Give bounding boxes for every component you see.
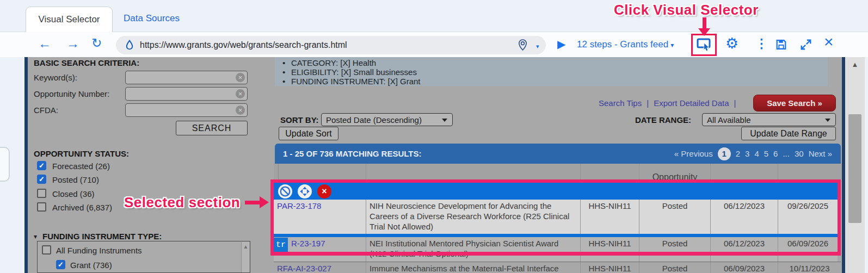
pagination-next[interactable]: Next » (809, 149, 832, 158)
funding-instrument-title: FUNDING INSTRUMENT TYPE: (42, 232, 162, 241)
agency-cell: HHS-NIH11 (581, 237, 639, 262)
results-links: Search Tips | Export Detailed Data | (599, 98, 736, 108)
exclude-element-icon[interactable] (278, 184, 292, 198)
more-menu-icon[interactable]: ⋮ (755, 38, 768, 50)
pagination-page[interactable]: 4 (754, 149, 759, 158)
keyword-input[interactable]: × (125, 71, 248, 84)
location-pin-icon[interactable] (518, 39, 528, 53)
table-header-row: Opportunity (274, 164, 841, 179)
play-macro-icon[interactable]: ▶ (557, 39, 565, 49)
sort-by-value: Posted Date (Descending) (326, 115, 422, 125)
filter-eligibility: ELIGIBILITY: [X] Small businesses (291, 67, 417, 77)
checkbox-archived[interactable]: ✓ (37, 202, 46, 212)
forward-icon[interactable]: → (66, 37, 79, 50)
close-date-cell: 10/11/2023 (778, 262, 841, 273)
checkbox-closed[interactable]: ✓ (37, 189, 46, 198)
url-bar[interactable]: https://www.grants.gov/web/grants/search… (116, 36, 546, 54)
opportunity-title: NIH Neuroscience Development for Advanci… (366, 200, 581, 234)
opportunity-number-link[interactable]: PAR-23-178 (274, 200, 366, 234)
visual-selector-button[interactable] (691, 34, 717, 56)
selection-border-right[interactable] (838, 179, 841, 256)
check-icon: ✓ (38, 175, 46, 184)
agency-cell: HHS-NIH11 (581, 262, 639, 273)
clear-opportunity-number-icon[interactable]: × (236, 89, 245, 98)
browser-toolbar: ← → ↻ https://www.grants.gov/web/grants/… (0, 32, 868, 57)
visual-selector-icon (697, 38, 711, 52)
opportunity-title: Immune Mechanisms at the Maternal-Fetal … (366, 262, 581, 273)
sort-by-select[interactable]: Posted Date (Descending) (321, 113, 453, 126)
url-dropdown-caret-icon[interactable]: ▾ (536, 43, 539, 50)
update-sort-button[interactable]: Update Sort (279, 127, 338, 140)
export-detailed-data-link[interactable]: Export Detailed Data (654, 98, 729, 108)
checkbox-all-funding[interactable]: ✓ (42, 245, 51, 255)
scrollbar-up-arrow-icon[interactable]: ▲ (845, 60, 865, 69)
results-count: 1 - 25 OF 736 MATCHING RESULTS: (283, 149, 421, 158)
posted-label: Posted (710) (52, 175, 99, 184)
clear-cfda-icon[interactable]: × (236, 106, 245, 115)
update-date-range-button[interactable]: Update Date Range (741, 127, 836, 140)
grant-label: Grant (736) (70, 260, 112, 270)
pagination-page[interactable]: 30 (795, 149, 804, 158)
date-range-select[interactable]: All Available (702, 113, 836, 126)
link-separator: | (734, 98, 736, 108)
pagination-page[interactable]: 3 (745, 149, 749, 158)
tab-data-sources[interactable]: Data Sources (124, 13, 180, 24)
keyword-label: Keyword(s): (34, 73, 77, 82)
funding-scroll-up-icon[interactable]: ▲ (242, 244, 250, 250)
all-funding-label: All Funding Instruments (56, 246, 142, 255)
selection-border-bottom[interactable] (270, 252, 841, 256)
select-caret-icon (442, 119, 447, 122)
annotation-arrow-right (245, 201, 260, 204)
cfda-input[interactable]: × (125, 103, 248, 117)
macro-caret-icon: ▾ (670, 41, 674, 49)
date-range-value: All Available (707, 115, 751, 125)
search-button[interactable]: SEARCH (176, 121, 248, 135)
funding-collapse-caret-icon[interactable]: ▾ (34, 233, 37, 240)
funding-instrument-listbox[interactable]: ✓ All Funding Instruments ✓ Grant (736) … (37, 241, 250, 273)
opportunity-number-label: Opportunity Number: (34, 89, 109, 98)
save-macro-icon[interactable] (775, 39, 787, 52)
opportunity-number-link[interactable]: RFA-AI-23-027 (274, 262, 366, 273)
forecasted-label: Forecasted (26) (52, 162, 110, 171)
scrollbar-thumb[interactable] (848, 114, 861, 223)
column-header-opportunity-status: Opportunity (643, 172, 707, 179)
filter-funding-instrument: FUNDING INSTRUMENT: [X] Grant (291, 77, 421, 86)
check-icon: ✓ (38, 162, 46, 170)
funding-list-scrollbar[interactable]: ▲ (241, 242, 249, 272)
remove-selection-icon[interactable]: × (317, 184, 331, 198)
fullscreen-expand-icon[interactable] (800, 39, 812, 52)
pagination: « Previous 1 2 3 4 5 6 ... 30 Next » (674, 144, 832, 164)
filter-category: CATEGORY: [X] Health (291, 58, 376, 67)
expand-selection-icon[interactable] (298, 184, 312, 198)
pagination-page[interactable]: 5 (764, 149, 768, 158)
opportunity-status-title: OPPORTUNITY STATUS: (34, 149, 129, 158)
opportunity-number-input[interactable]: × (125, 87, 248, 101)
table-row[interactable]: PAR-23-178 NIH Neuroscience Development … (274, 200, 838, 234)
pagination-current-page[interactable]: 1 (718, 147, 731, 160)
table-row[interactable]: R-23-197 NEI Institutional Mentored Phys… (274, 237, 838, 262)
table-row[interactable]: RFA-AI-23-027 Immune Mechanisms at the M… (274, 262, 841, 273)
checkbox-posted[interactable]: ✓ (37, 175, 46, 184)
selection-border-top[interactable] (270, 179, 841, 183)
save-search-button[interactable]: Save Search » (753, 95, 836, 111)
annotation-arrow-down (703, 17, 706, 29)
tab-visual-selector[interactable]: Visual Selector (26, 7, 113, 32)
macro-selector[interactable]: 12 steps - Grants feed▾ (577, 39, 674, 50)
pagination-page[interactable]: 6 (773, 149, 778, 158)
close-icon[interactable]: × (824, 34, 834, 50)
annotation-arrow-down-head (698, 28, 710, 36)
checkbox-forecasted[interactable]: ✓ (37, 161, 46, 170)
tab-visual-selector-label: Visual Selector (38, 14, 100, 25)
pagination-page[interactable]: 2 (736, 149, 740, 158)
page-scrollbar[interactable]: ▲ (845, 57, 865, 273)
checkbox-grant[interactable]: ✓ (56, 260, 65, 269)
clear-keyword-icon[interactable]: × (236, 73, 245, 82)
select-caret-icon (825, 119, 830, 122)
pagination-previous[interactable]: « Previous (674, 149, 713, 158)
settings-gear-icon[interactable]: ⚙ (725, 36, 738, 51)
archived-label: Archived (6,837) (52, 203, 112, 212)
search-tips-link[interactable]: Search Tips (599, 98, 642, 108)
back-icon[interactable]: ← (38, 37, 51, 50)
reload-icon[interactable]: ↻ (91, 37, 102, 49)
url-text[interactable]: https://www.grants.gov/web/grants/search… (140, 40, 347, 50)
